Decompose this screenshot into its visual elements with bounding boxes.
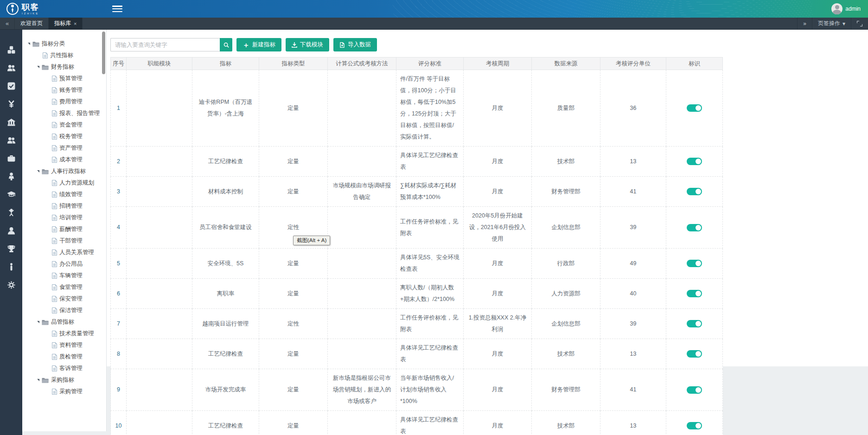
flag-toggle-on[interactable] xyxy=(687,158,702,165)
tree-node-leaf[interactable]: 薪酬管理 xyxy=(27,224,105,235)
tree-node-folder[interactable]: 人事行政指标 xyxy=(27,166,105,177)
row-module xyxy=(127,279,192,309)
tree-scrollbar[interactable] xyxy=(102,32,105,74)
plus-icon: ＋ xyxy=(243,41,249,48)
tree-node-leaf[interactable]: 绩效管理 xyxy=(27,189,105,200)
row-module xyxy=(127,177,192,207)
tree-node-leaf[interactable]: 税务管理 xyxy=(27,131,105,142)
flag-toggle-on[interactable] xyxy=(687,386,702,394)
tree-node-leaf[interactable]: 质检管理 xyxy=(27,351,105,363)
activity-person-nav[interactable] xyxy=(7,208,15,217)
tree-node-folder[interactable]: 指标分类 xyxy=(27,38,105,50)
bank-nav[interactable] xyxy=(7,118,15,126)
logo-title: 职客 xyxy=(22,3,39,11)
tree-expand-caret-icon[interactable] xyxy=(37,170,39,173)
file-icon xyxy=(52,238,57,244)
tree-node-leaf[interactable]: 保洁管理 xyxy=(27,305,105,316)
file-icon xyxy=(52,215,57,221)
row-standard: 具体详见5S、安全环境检查表 xyxy=(396,249,464,279)
indicator-table: 序号职能模块指标指标类型计算公式或考核方法评分标准考核周期数据来源考核评分单位标… xyxy=(110,57,723,435)
tree-node-leaf[interactable]: 资产管理 xyxy=(27,142,105,154)
avatar xyxy=(831,3,842,14)
tab-close-icon[interactable]: × xyxy=(74,21,77,26)
search-button[interactable] xyxy=(220,38,232,51)
announce-nav[interactable] xyxy=(7,172,15,180)
tree-node-leaf[interactable]: 费用管理 xyxy=(27,96,105,108)
tree-node-leaf[interactable]: 成本管理 xyxy=(27,154,105,166)
info-nav[interactable] xyxy=(7,262,15,271)
training-cap-nav[interactable] xyxy=(7,190,15,198)
row-indicator: 市场开发完成率 xyxy=(192,369,259,411)
flag-toggle-on[interactable] xyxy=(687,188,702,195)
row-formula xyxy=(328,411,396,435)
new-indicator-button[interactable]: ＋新建指标 xyxy=(236,38,281,51)
tree-node-leaf[interactable]: 食堂管理 xyxy=(27,281,105,293)
briefcase-nav[interactable] xyxy=(7,154,15,162)
team-nav[interactable] xyxy=(7,136,15,144)
tree-expand-caret-icon[interactable] xyxy=(28,43,30,45)
user-nav[interactable] xyxy=(7,226,15,235)
tree-node-leaf[interactable]: 培训管理 xyxy=(27,212,105,224)
user-menu[interactable]: admin xyxy=(831,3,868,14)
tabs-scroll-right-icon[interactable]: » xyxy=(797,18,812,29)
flag-toggle-on[interactable] xyxy=(687,320,702,327)
row-formula xyxy=(328,309,396,339)
tree-node-leaf[interactable]: 共性指标 xyxy=(27,50,105,61)
fullscreen-button[interactable] xyxy=(851,18,868,29)
org-users-nav[interactable] xyxy=(7,64,15,72)
tree-node-leaf[interactable]: 人力资源规划 xyxy=(27,177,105,189)
file-icon xyxy=(52,180,57,186)
finance-yen-nav[interactable] xyxy=(7,100,15,108)
tabs-scroll-left-icon[interactable]: « xyxy=(0,18,15,29)
flag-toggle-on[interactable] xyxy=(687,260,702,267)
column-header: 计算公式或考核方法 xyxy=(328,58,396,70)
import-data-button[interactable]: 导入数据 xyxy=(333,38,377,51)
tree-expand-caret-icon[interactable] xyxy=(37,66,39,68)
flag-toggle-on[interactable] xyxy=(687,224,702,231)
flag-toggle-on[interactable] xyxy=(687,290,702,297)
tree-node-folder[interactable]: 财务指标 xyxy=(27,61,105,73)
tree-expand-caret-icon[interactable] xyxy=(37,379,39,381)
settings-gears-nav[interactable] xyxy=(7,281,15,289)
download-module-button[interactable]: 下载模块 xyxy=(286,38,329,51)
flag-toggle-on[interactable] xyxy=(687,422,702,429)
app-logo: 职客 IZHIKE xyxy=(0,3,70,15)
tree-node-folder[interactable]: 品管指标 xyxy=(27,316,105,328)
approval-check-nav[interactable] xyxy=(7,82,15,90)
tree-node-leaf[interactable]: 办公用品 xyxy=(27,258,105,270)
row-flag-cell xyxy=(666,249,723,279)
tree-node-leaf[interactable]: 报表、报告管理 xyxy=(27,108,105,119)
tree-node-leaf[interactable]: 车辆管理 xyxy=(27,270,105,281)
tree-node-leaf[interactable]: 保安管理 xyxy=(27,293,105,305)
tree-node-label: 人员关系管理 xyxy=(59,249,94,256)
row-unit: 36 xyxy=(600,70,666,147)
tree-node-leaf[interactable]: 资料管理 xyxy=(27,339,105,351)
search-input[interactable] xyxy=(110,38,220,51)
tree-node-label: 资料管理 xyxy=(59,341,83,349)
row-indicator: 工艺纪律检查 xyxy=(192,339,259,369)
tree-node-label: 干部管理 xyxy=(59,237,83,245)
flag-toggle-on[interactable] xyxy=(687,104,702,112)
tab-indicator-library[interactable]: 指标库× xyxy=(49,18,83,29)
tree-node-leaf[interactable]: 干部管理 xyxy=(27,235,105,247)
flag-toggle-on[interactable] xyxy=(687,350,702,358)
tree-node-leaf[interactable]: 采购管理 xyxy=(27,386,105,397)
tab-operations-dropdown[interactable]: 页签操作▾ xyxy=(812,18,851,29)
row-seq: 7 xyxy=(111,309,127,339)
tree-node-leaf[interactable]: 人员关系管理 xyxy=(27,247,105,258)
tree-node-label: 质检管理 xyxy=(59,353,83,361)
tree-node-folder[interactable]: 采购指标 xyxy=(27,374,105,386)
row-standard: ∑耗材实际成本/∑耗材预算成本*100% xyxy=(396,177,464,207)
tree-node-leaf[interactable]: 预算管理 xyxy=(27,73,105,84)
row-cycle: 月度 xyxy=(464,279,532,309)
tree-node-leaf[interactable]: 资金管理 xyxy=(27,119,105,131)
tree-node-leaf[interactable]: 客诉管理 xyxy=(27,363,105,374)
tree-expand-caret-icon[interactable] xyxy=(37,321,39,323)
tab-welcome[interactable]: 欢迎首页 xyxy=(15,18,49,29)
trophy-nav[interactable] xyxy=(7,244,15,253)
tree-node-leaf[interactable]: 账务管理 xyxy=(27,84,105,96)
tree-node-leaf[interactable]: 招聘管理 xyxy=(27,200,105,212)
tree-node-leaf[interactable]: 技术质量管理 xyxy=(27,328,105,339)
modules-nav[interactable] xyxy=(7,45,15,54)
menu-toggle-icon[interactable] xyxy=(112,6,122,12)
